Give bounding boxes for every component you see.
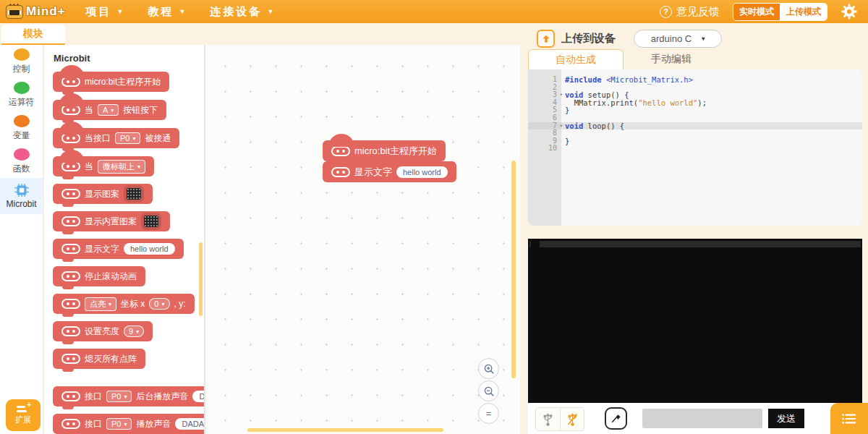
program-stack[interactable]: micro:bit主程序开始显示文字hello world [323, 140, 456, 182]
code-tabs: 自动生成 手动编辑 [528, 49, 862, 69]
block-text-input[interactable]: DADADADUM [175, 418, 205, 430]
chip-icon [14, 184, 29, 197]
menu-list: 项目▼教程▼连接设备▼ [86, 5, 274, 19]
block-text-input[interactable]: hello world [124, 243, 175, 255]
chevron-down-icon: ▾ [161, 301, 164, 307]
usb-disconnect-icon[interactable] [560, 408, 584, 430]
upload-mode-button[interactable]: 上传模式 [780, 4, 827, 20]
hat-block[interactable]: 当A▾按钮按下 [53, 100, 166, 120]
tab-auto-generate[interactable]: 自动生成 [528, 49, 624, 69]
palette-section-header: Microbit [54, 53, 204, 64]
microbit-logo-icon [331, 146, 350, 156]
code-line[interactable]: void loop() { [561, 122, 862, 130]
sidebar-item-变量[interactable]: 变量 [0, 111, 43, 145]
sidebar-item-Microbit[interactable]: Microbit [0, 178, 43, 214]
stack-block[interactable]: 显示文字hello world [323, 161, 456, 182]
editor-code-area[interactable]: #include <Microbit_Matrix.h>void setup()… [561, 69, 862, 226]
code-line[interactable] [561, 145, 862, 153]
microbit-logo-icon [61, 419, 80, 429]
led-matrix-icon[interactable] [127, 188, 141, 200]
block-dropdown[interactable]: 0▾ [149, 298, 169, 310]
stack-block[interactable]: 点亮▾坐标 x0▾, y: [53, 294, 195, 314]
serial-toolbar: 发送 [528, 403, 868, 434]
mode-toggle: 实时模式 上传模式 [733, 3, 827, 21]
category-label: Microbit [6, 199, 36, 209]
block-dropdown[interactable]: P0▾ [106, 391, 132, 402]
code-line[interactable] [561, 129, 862, 137]
block-dropdown[interactable]: P0▾ [106, 418, 132, 430]
stack-block[interactable]: 停止滚动动画 [53, 266, 145, 286]
sidebar-item-运算符[interactable]: 运算符 [0, 78, 43, 111]
block-label: micro:bit主程序开始 [85, 76, 161, 88]
sidebar-item-函数[interactable]: 函数 [0, 145, 43, 178]
block-dropdown[interactable]: 点亮▾ [85, 297, 116, 311]
code-fold-icon[interactable]: ▾ [560, 91, 563, 99]
line-number: 1 [528, 76, 561, 84]
stack-block[interactable]: 显示内置图案 [53, 211, 170, 231]
usb-connect-icon[interactable] [536, 408, 560, 430]
stack-block[interactable]: 熄灭所有点阵 [53, 349, 145, 369]
block-label: 设置亮度 [85, 326, 119, 338]
code-editor[interactable]: 123▾4567▾8910 #include <Microbit_Matrix.… [528, 69, 862, 226]
menu-连接设备[interactable]: 连接设备▼ [210, 5, 273, 19]
mindplus-logo[interactable]: Mind+ [6, 4, 66, 19]
workspace-canvas[interactable]: micro:bit主程序开始显示文字hello world [205, 45, 520, 434]
stack-block[interactable]: 接口P0▾后台播放声音DADADADUM [53, 386, 205, 407]
zoom-in-button[interactable] [478, 358, 499, 379]
block-label: 坐标 x [121, 298, 145, 310]
upload-icon[interactable] [537, 30, 555, 48]
tab-modules[interactable]: 模块 [1, 25, 65, 45]
code-line[interactable]: } [561, 106, 862, 114]
chevron-down-icon: ▾ [136, 328, 139, 335]
menu-教程[interactable]: 教程▼ [148, 5, 186, 19]
realtime-mode-button[interactable]: 实时模式 [733, 4, 780, 20]
settings-gear-icon[interactable] [841, 3, 858, 20]
clear-output-button[interactable] [605, 407, 627, 430]
block-dropdown[interactable]: A▾ [98, 104, 119, 116]
stack-block[interactable]: 接口P0▾播放声音DADADADUM [53, 414, 205, 434]
code-fold-icon[interactable]: ▾ [560, 122, 563, 130]
serial-send-input[interactable] [642, 409, 762, 428]
block-text-input[interactable]: DADADADUM [192, 391, 205, 402]
canvas-horizontal-scrollbar[interactable] [247, 428, 443, 432]
serial-options-button[interactable] [830, 403, 868, 434]
send-button[interactable]: 发送 [768, 409, 804, 428]
extensions-button[interactable]: 扩展 [6, 399, 41, 431]
stack-block[interactable]: 显示图案 [53, 184, 153, 204]
hat-block[interactable]: micro:bit主程序开始 [323, 140, 446, 161]
menu-label: 项目 [86, 5, 112, 19]
block-dropdown[interactable]: 微标朝上▾ [98, 160, 145, 174]
code-line[interactable]: MMatrix.print("hello world"); [561, 99, 862, 107]
stack-block[interactable]: 设置亮度9▾ [53, 321, 153, 341]
canvas-vertical-scrollbar[interactable] [511, 161, 516, 378]
block-label: 被接通 [145, 132, 171, 145]
block-dropdown[interactable]: P0▾ [115, 132, 140, 144]
code-line[interactable]: #include <Microbit_Matrix.h> [561, 76, 862, 84]
palette-scrollbar[interactable] [199, 242, 203, 316]
menu-项目[interactable]: 项目▼ [86, 5, 124, 19]
block-text-input[interactable]: hello world [396, 166, 448, 178]
zoom-reset-button[interactable]: = [478, 403, 499, 424]
tab-manual-edit[interactable]: 手动编辑 [624, 49, 719, 69]
block-label: 播放声音 [136, 418, 171, 430]
block-dropdown[interactable]: 9▾ [124, 326, 144, 337]
zoom-out-button[interactable] [478, 380, 499, 401]
microbit-logo-icon [61, 326, 80, 336]
chevron-down-icon: ▼ [267, 8, 273, 15]
block-label: 显示文字 [354, 166, 392, 179]
top-menu-bar: Mind+ 项目▼教程▼连接设备▼ ? 意见反馈 实时模式 上传模式 [0, 0, 868, 23]
hat-block[interactable]: 当微标朝上▾ [53, 156, 154, 176]
led-matrix-icon[interactable] [144, 216, 158, 227]
hat-block[interactable]: micro:bit主程序开始 [53, 72, 169, 92]
code-line[interactable]: } [561, 137, 862, 145]
board-select-dropdown[interactable]: arduino C ▾ [634, 30, 722, 48]
serial-scrollbar[interactable] [529, 241, 861, 247]
serial-monitor[interactable] [528, 239, 862, 403]
sidebar-item-控制[interactable]: 控制 [0, 45, 43, 78]
feedback-button[interactable]: ? 意见反馈 [660, 5, 720, 19]
hat-block[interactable]: 当接口P0▾被接通 [53, 128, 179, 148]
chevron-down-icon: ▾ [132, 135, 135, 142]
upload-to-device-button[interactable]: 上传到设备 [561, 32, 616, 46]
block-label: , y: [174, 299, 186, 309]
stack-block[interactable]: 显示文字hello world [53, 239, 184, 259]
